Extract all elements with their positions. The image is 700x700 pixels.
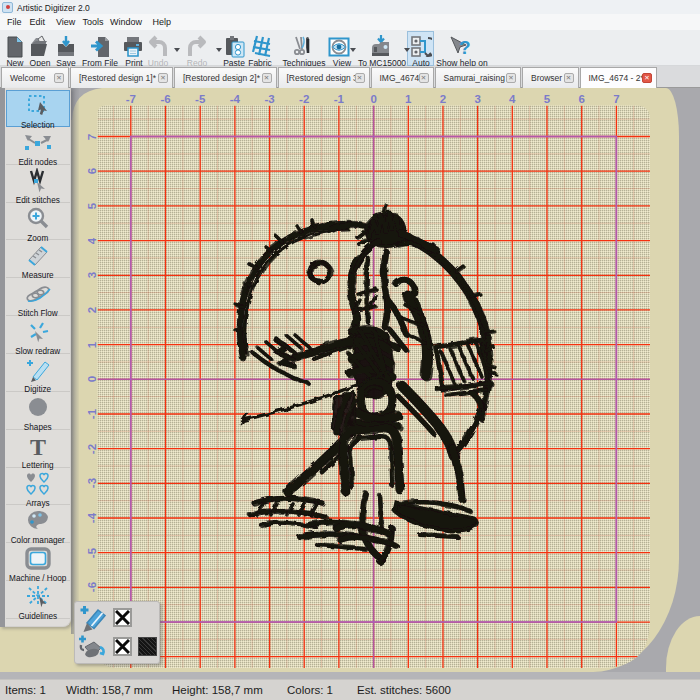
svg-text:T: T bbox=[30, 434, 46, 459]
